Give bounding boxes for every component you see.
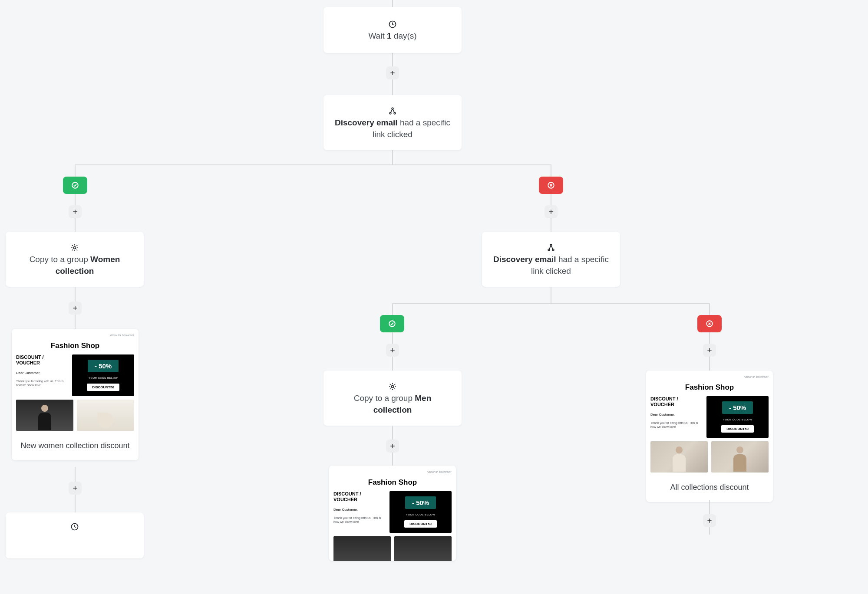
email-view-in-browser: View in browser <box>110 333 134 337</box>
add-step-button[interactable] <box>703 514 716 527</box>
email-promo-block: - 50% YOUR CODE BELOW DISCOUNT50 <box>706 396 769 438</box>
email-dear: Dear Customer, <box>16 371 69 375</box>
svg-point-9 <box>548 249 550 251</box>
email-percent-badge: - 50% <box>405 496 436 509</box>
connector <box>392 303 709 304</box>
email-brand: Fashion Shop <box>51 341 99 350</box>
svg-point-8 <box>550 244 552 246</box>
gear-icon <box>70 242 79 254</box>
email-promo-block: - 50% YOUR CODE BELOW DISCOUNT50 <box>72 354 134 396</box>
svg-point-13 <box>391 385 393 387</box>
email-note: Thank you for being with us. This is how… <box>650 421 703 429</box>
automation-flow-canvas[interactable]: Wait 1 day(s) Discovery email had a spec… <box>0 0 868 594</box>
email-node-men[interactable]: View in browser Fashion Shop DISCOUNT / … <box>329 466 456 561</box>
email-node-all[interactable]: View in browser Fashion Shop DISCOUNT / … <box>646 371 773 502</box>
svg-point-1 <box>392 108 393 109</box>
add-step-button[interactable] <box>703 344 716 357</box>
email-brand: Fashion Shop <box>685 383 734 392</box>
email-image-placeholder <box>77 400 134 431</box>
svg-point-6 <box>73 246 76 249</box>
condition-node-discovery-1[interactable]: Discovery email had a specific link clic… <box>323 95 462 150</box>
email-image-placeholder <box>711 441 769 473</box>
email-code-button: DISCOUNT50 <box>721 425 754 433</box>
add-step-button[interactable] <box>545 205 558 218</box>
email-note: Thank you for being with us. This is how… <box>16 379 69 387</box>
email-note: Thank you for being with us. This is how… <box>333 516 386 524</box>
split-icon <box>547 242 555 254</box>
email-node-caption: New women collection discount <box>16 431 134 460</box>
yes-branch-badge <box>380 315 404 332</box>
email-view-in-browser: View in browser <box>744 375 769 379</box>
email-image-placeholder <box>650 441 708 473</box>
email-discount-title: DISCOUNT / VOUCHER <box>333 491 386 502</box>
email-code-label: YOUR CODE BELOW <box>89 377 118 379</box>
add-step-button[interactable] <box>69 205 82 218</box>
split-icon <box>388 105 397 117</box>
email-image-placeholder <box>394 536 452 561</box>
email-promo-block: - 50% YOUR CODE BELOW DISCOUNT50 <box>389 491 452 533</box>
connector <box>75 164 76 232</box>
clock-icon <box>70 521 79 533</box>
connector <box>75 164 551 165</box>
email-discount-title: DISCOUNT / VOUCHER <box>650 396 703 407</box>
wait-node-text: Wait 1 day(s) <box>368 30 416 42</box>
svg-point-10 <box>552 249 554 251</box>
connector <box>709 303 710 371</box>
connector <box>392 0 393 7</box>
email-view-in-browser: View in browser <box>427 470 452 474</box>
svg-point-3 <box>394 112 396 114</box>
email-code-label: YOUR CODE BELOW <box>723 418 752 421</box>
connector <box>392 303 393 371</box>
svg-point-2 <box>389 112 391 114</box>
email-code-button: DISCOUNT50 <box>404 520 437 528</box>
yes-branch-badge <box>63 177 87 194</box>
no-branch-badge <box>539 177 563 194</box>
action-node-text: Copy to a group Women collection <box>16 254 133 277</box>
wait-node[interactable]: Wait 1 day(s) <box>323 7 462 53</box>
add-step-button[interactable] <box>386 440 399 453</box>
email-code-button: DISCOUNT50 <box>87 384 119 391</box>
add-step-button[interactable] <box>69 482 82 495</box>
email-discount-title: DISCOUNT / VOUCHER <box>16 354 69 366</box>
email-dear: Dear Customer, <box>650 413 703 417</box>
email-node-caption: All collections discount <box>650 473 769 502</box>
condition-node-discovery-2[interactable]: Discovery email had a specific link clic… <box>482 232 620 287</box>
email-dear: Dear Customer, <box>333 508 386 512</box>
email-image-placeholder <box>16 400 73 431</box>
condition-node-text: Discovery email had a specific link clic… <box>492 254 610 277</box>
add-step-button[interactable] <box>69 302 82 315</box>
email-node-women[interactable]: View in browser Fashion Shop DISCOUNT / … <box>12 329 139 460</box>
email-code-label: YOUR CODE BELOW <box>406 513 435 516</box>
connector <box>551 287 551 303</box>
clock-icon <box>388 18 397 30</box>
email-percent-badge: - 50% <box>722 401 753 414</box>
wait-node[interactable] <box>6 512 144 558</box>
no-branch-badge <box>697 315 722 332</box>
action-copy-women[interactable]: Copy to a group Women collection <box>6 232 144 287</box>
add-step-button[interactable] <box>386 344 399 357</box>
gear-icon <box>388 381 397 393</box>
action-node-text: Copy to a group Men collection <box>334 393 451 416</box>
condition-node-text: Discovery email had a specific link clic… <box>334 117 451 140</box>
add-step-button[interactable] <box>386 66 399 79</box>
email-image-placeholder <box>333 536 391 561</box>
connector <box>392 150 393 165</box>
connector <box>551 164 551 232</box>
action-copy-men[interactable]: Copy to a group Men collection <box>323 371 462 426</box>
email-brand: Fashion Shop <box>368 478 417 487</box>
email-percent-badge: - 50% <box>88 360 119 372</box>
